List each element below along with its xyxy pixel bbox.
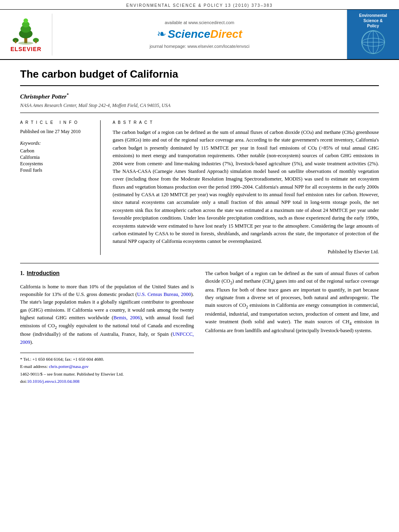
sd-leaf-icon: ❧ [157,27,166,41]
journal-title-text: Environmental Science & Policy 13 (2010)… [126,3,273,8]
right-logo-title: EnvironmentalScience &Policy [359,13,387,29]
intro-text-col2: The carbon budget of a region can be def… [205,270,379,335]
footnote-tel: * Tel.: +1 650 604 6164; fax: +1 650 604… [20,356,194,362]
elsevier-logo: ELSEVIER [0,14,52,55]
section-number: 1. [20,270,25,277]
sd-science-text: Science [168,28,210,41]
affiliation: NASA Ames Research Center, Mail Stop 242… [20,103,379,109]
doi-link[interactable]: 10.1016/j.envsci.2010.04.008 [27,379,79,384]
section-title: Introduction [27,270,60,276]
keywords-list: Carbon California Ecosystems Fossil fuel… [20,148,92,173]
paper-content: The carbon budget of California Christop… [0,60,399,394]
footnote-email-link[interactable]: chris.potter@nasa.gov [49,364,88,369]
footnote-email: E-mail address: chris.potter@nasa.gov [20,364,194,370]
center-banner: available at www.sciencedirect.com ❧ Sci… [52,16,347,53]
footnote-section: * Tel.: +1 650 604 6164; fax: +1 650 604… [20,353,194,385]
elsevier-label: ELSEVIER [10,46,41,52]
keywords-section: Keywords: Carbon California Ecosystems F… [20,140,92,173]
svg-rect-9 [35,40,37,43]
ref-unfccc[interactable]: UNFCCC, 2009 [20,331,194,345]
elsevier-tree-icon [10,17,42,45]
footnote-doi: doi:10.1016/j.envsci.2010.04.008 [20,378,194,384]
abstract-header: A B S T R A C T [113,120,379,125]
author-name-text: Christopher Potter [20,93,66,100]
journal-homepage: journal homepage: www.elsevier.com/locat… [150,44,249,49]
right-logo: EnvironmentalScience &Policy [347,10,399,59]
paper-title: The carbon budget of California [20,68,379,86]
body-col-left: 1. Introduction California is home to mo… [20,270,194,386]
published-by: Published by Elsevier Ltd. [113,249,379,255]
sciencedirect-logo: ❧ Science Direct [157,27,242,41]
abstract-section: A B S T R A C T The carbon budget of a r… [113,120,379,255]
keyword-california: California [20,154,92,160]
footnote-issn: 1462-9011/$ – see front matter. Publishe… [20,371,194,377]
article-info: A R T I C L E I N F O Published on line … [20,120,101,255]
body-col-right: The carbon budget of a region can be def… [205,270,379,386]
ref-census[interactable]: U.S. Census Bureau, 2000 [137,292,191,297]
keyword-fossil-fuels: Fossil fuels [20,167,92,173]
footnote-email-label: E-mail address: [20,364,48,369]
keywords-label: Keywords: [20,140,92,146]
right-logo-inner: EnvironmentalScience &Policy [359,13,387,56]
intro-text-col1: California is home to more than 10% of t… [20,283,194,346]
section-divider [20,263,379,263]
published-date: Published on line 27 May 2010 [20,129,92,135]
keyword-carbon: Carbon [20,148,92,154]
author-name: Christopher Potter* [20,92,379,100]
author-sup: * [66,92,68,97]
svg-rect-7 [15,40,16,43]
svg-point-1 [18,41,33,44]
ref-bemis[interactable]: Bemis, 2006 [113,315,140,320]
banner-row: ELSEVIER available at www.sciencedirect.… [0,10,399,60]
body-columns: 1. Introduction California is home to mo… [20,270,379,386]
sd-direct-text: Direct [210,28,242,41]
article-info-header: A R T I C L E I N F O [20,120,92,125]
article-meta: A R T I C L E I N F O Published on line … [20,117,379,255]
svg-point-5 [23,18,28,23]
divider-after-affiliation [20,113,379,113]
abstract-text: The carbon budget of a region can be def… [113,129,379,246]
journal-header: Environmental Science & Policy 13 (2010)… [0,0,399,10]
available-text: available at www.sciencedirect.com [165,20,234,25]
globe-icon [361,30,385,54]
keyword-ecosystems: Ecosystems [20,161,92,167]
